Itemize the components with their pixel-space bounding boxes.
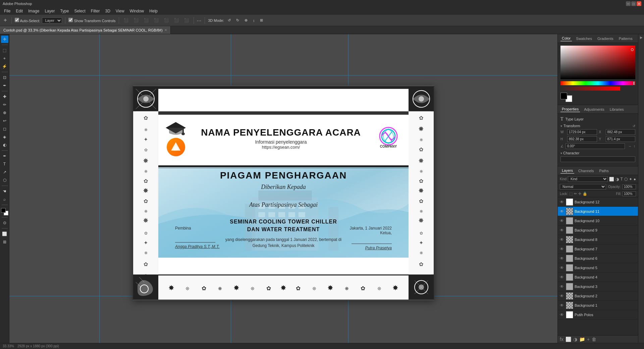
fg-color-box[interactable]	[560, 93, 567, 99]
layers-tab[interactable]: Layers	[560, 168, 574, 173]
layer-select[interactable]: Layer Group	[42, 17, 62, 23]
align-top-button[interactable]: ⬛	[152, 17, 160, 23]
layer-vis-5[interactable]: 👁	[560, 265, 565, 270]
align-center-v-button[interactable]: ⬛	[162, 17, 170, 23]
layer-vis-6[interactable]: 👁	[560, 256, 565, 261]
layer-background-12[interactable]: 👁 Background 12	[558, 197, 638, 207]
menu-view[interactable]: View	[113, 8, 127, 14]
hue-slider[interactable]	[560, 81, 635, 85]
more-options-button[interactable]: ···	[197, 18, 202, 23]
menu-window[interactable]: Window	[127, 8, 147, 14]
layer-background-11[interactable]: 👁 Background 11	[558, 207, 638, 216]
3d-rotate-button[interactable]: ↺	[226, 17, 232, 23]
eraser-tool[interactable]: ◻	[1, 125, 8, 133]
layer-background-9[interactable]: 👁 Background 9	[558, 226, 638, 235]
layer-background-5[interactable]: 👁 Background 5	[558, 263, 638, 272]
layer-putih-polos[interactable]: 👁 Putih Polos	[558, 310, 638, 319]
swatches-tab[interactable]: Swatches	[575, 36, 593, 41]
layer-background-2[interactable]: 👁 Background 2	[558, 291, 638, 301]
maximize-button[interactable]: □	[631, 1, 636, 6]
gradients-tab[interactable]: Gradients	[596, 36, 615, 41]
auto-select-checkbox[interactable]	[15, 18, 19, 22]
opacity-input[interactable]	[623, 184, 636, 189]
add-layer-button[interactable]: +	[587, 337, 590, 342]
layer-vis-8[interactable]: 👁	[560, 237, 565, 242]
3d-pan-button[interactable]: ⊕	[243, 17, 249, 23]
angle-input[interactable]	[566, 143, 625, 149]
type-tool[interactable]: T	[1, 160, 8, 168]
layer-background-3[interactable]: 👁 Background 3	[558, 282, 638, 291]
layer-background-4[interactable]: 👁 Background 4	[558, 272, 638, 282]
char-input[interactable]	[560, 156, 635, 162]
screen-mode-button[interactable]: ⬜	[1, 230, 8, 238]
layer-vis-9[interactable]: 👁	[560, 228, 565, 233]
mini-expand-icon[interactable]: ▶	[639, 36, 643, 39]
layer-background-1[interactable]: 👁 Background 1	[558, 301, 638, 310]
layer-kind-select[interactable]: Kind	[568, 176, 608, 182]
layer-background-6[interactable]: 👁 Background 6	[558, 254, 638, 263]
filter-dot-icon[interactable]: ●	[634, 177, 636, 182]
heal-tool[interactable]: ✚	[1, 93, 8, 100]
stamp-tool[interactable]: ⊕	[1, 109, 8, 116]
close-button[interactable]: ✕	[637, 1, 641, 6]
menu-3d[interactable]: 3D	[102, 8, 113, 14]
move-tool[interactable]: ✛	[1, 36, 8, 43]
quick-select-tool[interactable]: ⚡	[1, 63, 8, 70]
canvas-area[interactable]: ✿ ❋ ✦ ✿ ✸ ❋ ✿ ✸ ✿ ❋ ✸ ✿ ✦	[9, 34, 557, 343]
blend-mode-select[interactable]: Normal Multiply Screen	[560, 184, 606, 190]
adjustments-tab[interactable]: Adjustments	[583, 107, 606, 112]
menu-filter[interactable]: Filter	[88, 8, 103, 14]
create-adjustment-button[interactable]: ◑	[573, 337, 577, 342]
hand-tool[interactable]: ☚	[1, 188, 8, 195]
color-tab[interactable]: Color	[560, 36, 572, 41]
menu-layer[interactable]: Layer	[42, 8, 57, 14]
brush-tool[interactable]: ✏	[1, 101, 8, 108]
filter-smart-icon[interactable]: ✦	[629, 177, 632, 182]
foreground-color-swatch[interactable]	[1, 208, 6, 213]
y-input[interactable]	[606, 136, 636, 142]
menu-type[interactable]: Type	[57, 8, 71, 14]
layer-vis-7[interactable]: 👁	[560, 247, 565, 251]
add-mask-button[interactable]: ⬜	[566, 337, 571, 342]
lock-all-icon[interactable]: 🔒	[583, 192, 587, 196]
delete-layer-button[interactable]: 🗑	[592, 337, 596, 342]
layer-vis-3[interactable]: 👁	[560, 284, 565, 289]
channels-tab[interactable]: Channels	[577, 168, 595, 173]
eyedropper-tool[interactable]: ✒	[1, 82, 8, 89]
menu-file[interactable]: File	[1, 8, 13, 14]
layer-vis-10[interactable]: 👁	[560, 218, 565, 223]
filter-adj-icon[interactable]: ◑	[615, 177, 619, 182]
color-gradient-field[interactable]	[560, 46, 635, 79]
move-tool-options[interactable]: ✛	[2, 17, 8, 23]
menu-help[interactable]: Help	[147, 8, 160, 14]
align-center-h-button[interactable]: ⬛	[132, 17, 140, 23]
layer-vis-4[interactable]: 👁	[560, 275, 565, 280]
tab-close-button[interactable]: ✕	[164, 28, 167, 32]
fill-input[interactable]	[623, 191, 636, 196]
history-brush-tool[interactable]: ↩	[1, 117, 8, 124]
layer-vis-1[interactable]: 👁	[560, 303, 565, 308]
quick-mask-button[interactable]: ⊙	[1, 219, 8, 227]
show-transform-checkbox[interactable]	[68, 18, 73, 22]
menu-edit[interactable]: Edit	[13, 8, 25, 14]
lock-position-icon[interactable]: ✛	[578, 192, 581, 196]
dodge-tool[interactable]: ◐	[1, 141, 8, 149]
layer-vis-2[interactable]: 👁	[560, 294, 565, 298]
height-input[interactable]	[567, 136, 597, 142]
align-left-button[interactable]: ⬛	[122, 17, 130, 23]
layer-vis-12[interactable]: 👁	[560, 200, 565, 204]
layer-background-7[interactable]: 👁 Background 7	[558, 244, 638, 254]
path-select-tool[interactable]: ↗	[1, 168, 8, 176]
pen-tool[interactable]: ✒	[1, 152, 8, 160]
paths-tab[interactable]: Paths	[598, 168, 610, 173]
layer-background-10[interactable]: 👁 Background 10	[558, 216, 638, 226]
properties-tab[interactable]: Properties	[560, 106, 580, 112]
transform-collapse-arrow[interactable]: ▾	[560, 124, 562, 128]
folder-button[interactable]: 📁	[579, 337, 585, 342]
filter-shape-icon[interactable]: ⬡	[624, 177, 628, 182]
lock-image-icon[interactable]: ✏	[574, 192, 577, 196]
3d-scale-button[interactable]: ⊞	[258, 17, 265, 23]
layer-vis-putih[interactable]: 👁	[560, 312, 565, 317]
filter-pixel-icon[interactable]: ⬜	[609, 177, 614, 182]
lasso-tool[interactable]: ⌖	[1, 55, 8, 62]
